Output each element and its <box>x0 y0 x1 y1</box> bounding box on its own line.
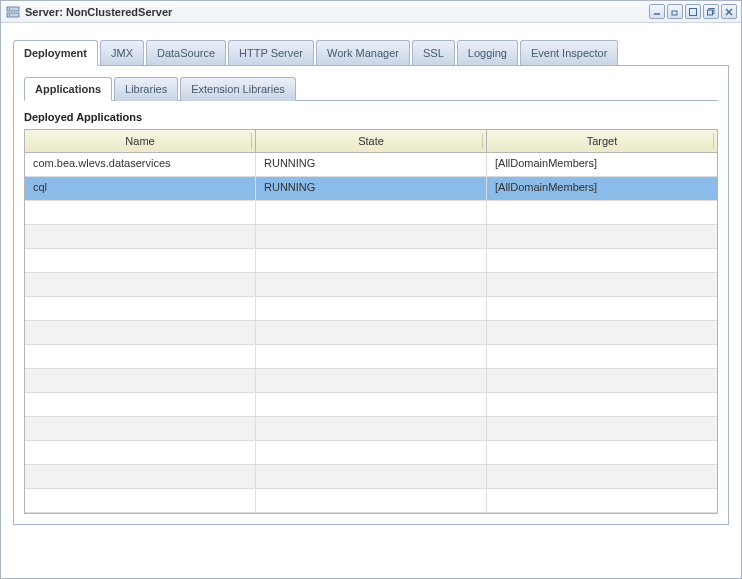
cell-empty <box>256 345 487 368</box>
window: Server: NonClusteredServer DeploymentJMX… <box>0 0 742 579</box>
tab-jmx[interactable]: JMX <box>100 40 144 66</box>
svg-rect-5 <box>672 11 677 15</box>
cell-empty <box>256 441 487 464</box>
cell-empty <box>487 345 717 368</box>
table-row-empty[interactable] <box>25 225 717 249</box>
cell-empty <box>256 249 487 272</box>
restore-down-button[interactable] <box>667 4 683 19</box>
cell-empty <box>25 393 256 416</box>
table-body: com.bea.wlevs.dataservicesRUNNING[AllDom… <box>25 153 717 513</box>
cell-empty <box>256 297 487 320</box>
table-row-empty[interactable] <box>25 297 717 321</box>
cell-empty <box>487 297 717 320</box>
sub-tabs: ApplicationsLibrariesExtension Libraries <box>24 76 718 100</box>
svg-point-3 <box>9 14 11 16</box>
cell-empty <box>487 465 717 488</box>
svg-rect-6 <box>690 8 697 15</box>
cell-empty <box>487 225 717 248</box>
cell-empty <box>25 345 256 368</box>
table-row[interactable]: cqlRUNNING[AllDomainMembers] <box>25 177 717 201</box>
column-header-target[interactable]: Target <box>487 130 717 152</box>
cell-empty <box>487 273 717 296</box>
table-row-empty[interactable] <box>25 273 717 297</box>
cell-empty <box>487 417 717 440</box>
column-header-state[interactable]: State <box>256 130 487 152</box>
titlebar: Server: NonClusteredServer <box>1 1 741 23</box>
applications-panel: Deployed Applications NameStateTarget co… <box>24 100 718 514</box>
table-row-empty[interactable] <box>25 465 717 489</box>
table-row-empty[interactable] <box>25 249 717 273</box>
cell-empty <box>25 417 256 440</box>
cell-empty <box>25 297 256 320</box>
minimize-button[interactable] <box>649 4 665 19</box>
cell-empty <box>25 465 256 488</box>
maximize-button[interactable] <box>685 4 701 19</box>
tab-work-manager[interactable]: Work Manager <box>316 40 410 66</box>
cell-empty <box>256 489 487 512</box>
titlebar-buttons <box>649 4 737 19</box>
cell-empty <box>25 369 256 392</box>
cell-empty <box>25 249 256 272</box>
cell-empty <box>256 321 487 344</box>
cell-empty <box>256 393 487 416</box>
column-header-name[interactable]: Name <box>25 130 256 152</box>
cell-empty <box>487 393 717 416</box>
cell-empty <box>25 441 256 464</box>
cell-empty <box>487 249 717 272</box>
table-row-empty[interactable] <box>25 417 717 441</box>
tab-ssl[interactable]: SSL <box>412 40 455 66</box>
cell-state: RUNNING <box>256 177 487 200</box>
column-resize-handle[interactable] <box>482 133 483 149</box>
cell-empty <box>256 273 487 296</box>
cell-empty <box>25 489 256 512</box>
table-row-empty[interactable] <box>25 369 717 393</box>
applications-table: NameStateTarget com.bea.wlevs.dataservic… <box>24 129 718 514</box>
window-title: Server: NonClusteredServer <box>25 6 649 18</box>
deployment-panel: ApplicationsLibrariesExtension Libraries… <box>13 65 729 525</box>
cell-target: [AllDomainMembers] <box>487 153 717 176</box>
table-header: NameStateTarget <box>25 130 717 153</box>
cell-empty <box>25 201 256 224</box>
tab-deployment[interactable]: Deployment <box>13 40 98 66</box>
tab-event-inspector[interactable]: Event Inspector <box>520 40 618 66</box>
table-row-empty[interactable] <box>25 441 717 465</box>
cell-empty <box>256 225 487 248</box>
cell-empty <box>487 201 717 224</box>
cell-empty <box>256 201 487 224</box>
cell-empty <box>25 321 256 344</box>
cell-target: [AllDomainMembers] <box>487 177 717 200</box>
svg-point-2 <box>9 8 11 10</box>
server-icon <box>5 4 21 20</box>
cell-name: cql <box>25 177 256 200</box>
cell-empty <box>25 225 256 248</box>
svg-rect-8 <box>708 10 713 15</box>
column-resize-handle[interactable] <box>713 133 714 149</box>
cell-empty <box>25 273 256 296</box>
subtab-extension-libraries[interactable]: Extension Libraries <box>180 77 296 101</box>
cell-empty <box>487 321 717 344</box>
table-row-empty[interactable] <box>25 345 717 369</box>
cell-state: RUNNING <box>256 153 487 176</box>
cell-empty <box>256 369 487 392</box>
table-row-empty[interactable] <box>25 393 717 417</box>
cascade-button[interactable] <box>703 4 719 19</box>
main-tabs: DeploymentJMXDataSourceHTTP ServerWork M… <box>13 39 729 65</box>
tab-datasource[interactable]: DataSource <box>146 40 226 66</box>
table-row[interactable]: com.bea.wlevs.dataservicesRUNNING[AllDom… <box>25 153 717 177</box>
table-row-empty[interactable] <box>25 321 717 345</box>
subtab-applications[interactable]: Applications <box>24 77 112 101</box>
column-resize-handle[interactable] <box>251 133 252 149</box>
table-row-empty[interactable] <box>25 489 717 513</box>
table-row-empty[interactable] <box>25 201 717 225</box>
cell-empty <box>256 465 487 488</box>
cell-empty <box>256 417 487 440</box>
cell-empty <box>487 489 717 512</box>
tab-http-server[interactable]: HTTP Server <box>228 40 314 66</box>
content-area: DeploymentJMXDataSourceHTTP ServerWork M… <box>1 23 741 578</box>
section-title: Deployed Applications <box>24 111 718 123</box>
close-button[interactable] <box>721 4 737 19</box>
tab-logging[interactable]: Logging <box>457 40 518 66</box>
subtab-libraries[interactable]: Libraries <box>114 77 178 101</box>
cell-name: com.bea.wlevs.dataservices <box>25 153 256 176</box>
cell-empty <box>487 441 717 464</box>
